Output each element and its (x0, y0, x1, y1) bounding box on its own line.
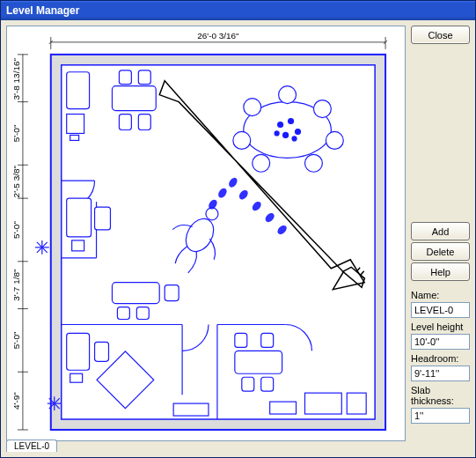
svg-point-39 (296, 129, 301, 134)
name-input[interactable] (411, 302, 470, 318)
floorplan-svg: 26'-0 3/16" 3'-8 13/16" 5'-0" 2'-5 3/8" … (7, 26, 405, 440)
side-panel: Close Add Delete Help Name: Level height… (411, 26, 470, 452)
svg-rect-62 (173, 403, 209, 416)
dim-l3: 2'-5 3/8" (11, 166, 21, 198)
slab-input[interactable] (411, 408, 470, 424)
svg-rect-25 (119, 114, 131, 130)
svg-rect-26 (138, 114, 150, 130)
svg-rect-23 (70, 135, 79, 140)
svg-point-38 (289, 119, 294, 124)
svg-rect-44 (95, 207, 111, 230)
svg-rect-60 (347, 393, 366, 414)
window-title: Level Manager (6, 4, 79, 17)
svg-point-36 (244, 99, 261, 116)
help-button[interactable]: Help (411, 262, 470, 281)
svg-rect-24 (112, 86, 156, 111)
svg-point-42 (292, 137, 297, 141)
dim-l4: 5'-0" (11, 221, 21, 239)
headroom-input[interactable] (411, 366, 470, 381)
svg-rect-22 (67, 114, 84, 134)
titlebar[interactable]: Level Manager (1, 1, 475, 20)
headroom-label: Headroom: (411, 351, 470, 364)
add-button[interactable]: Add (411, 222, 470, 240)
svg-point-33 (304, 154, 322, 172)
svg-point-31 (313, 100, 331, 118)
floorplan-canvas[interactable]: 26'-0 3/16" 3'-8 13/16" 5'-0" 2'-5 3/8" … (6, 26, 406, 441)
svg-rect-43 (67, 198, 92, 237)
svg-rect-56 (235, 333, 247, 347)
svg-rect-59 (304, 393, 341, 414)
delete-button[interactable]: Delete (411, 242, 470, 261)
dim-top: 26'-0 3/16" (197, 31, 239, 41)
svg-rect-55 (261, 377, 274, 391)
svg-point-32 (326, 131, 343, 149)
svg-rect-53 (235, 351, 282, 373)
svg-point-41 (275, 131, 279, 136)
svg-point-37 (278, 122, 283, 128)
svg-rect-50 (117, 307, 129, 320)
close-button[interactable]: Close (411, 26, 470, 44)
svg-rect-54 (242, 377, 254, 391)
svg-rect-48 (70, 373, 83, 382)
svg-rect-45 (72, 240, 84, 251)
level-manager-window: Level Manager 26'-0 3/16" (0, 0, 476, 458)
svg-rect-21 (67, 72, 90, 109)
level-tab[interactable]: LEVEL-0 (6, 440, 57, 452)
svg-rect-51 (136, 307, 149, 320)
svg-rect-46 (67, 333, 90, 370)
dim-l7: 4'-9" (11, 392, 21, 410)
name-label: Name: (411, 288, 470, 300)
content-area: 26'-0 3/16" 3'-8 13/16" 5'-0" 2'-5 3/8" … (1, 20, 475, 457)
svg-rect-28 (138, 70, 150, 85)
svg-rect-61 (270, 402, 297, 414)
svg-point-35 (233, 131, 251, 149)
slab-label: Slab thickness: (411, 383, 470, 406)
svg-rect-49 (112, 283, 159, 304)
dim-l6: 5'-0" (11, 331, 21, 349)
svg-point-40 (283, 132, 289, 137)
dim-l2: 5'-0" (11, 124, 21, 142)
svg-rect-57 (261, 333, 274, 347)
svg-point-30 (279, 86, 297, 104)
dim-l1: 3'-8 13/16" (11, 58, 21, 100)
svg-rect-52 (165, 285, 179, 301)
level-height-input[interactable] (411, 334, 470, 350)
level-height-label: Level height (411, 320, 470, 332)
svg-rect-47 (95, 342, 109, 361)
svg-point-34 (253, 154, 270, 172)
dim-l5: 3'-7 1/8" (11, 269, 21, 301)
svg-rect-27 (119, 70, 131, 85)
